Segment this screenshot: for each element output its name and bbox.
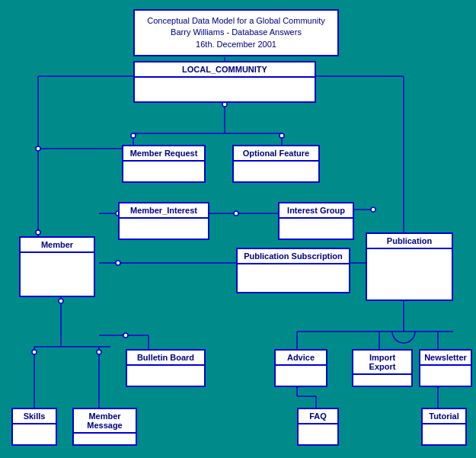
bulletin-board-label: Bulletin Board xyxy=(127,351,204,366)
svg-point-10 xyxy=(280,133,284,138)
member-message-box: Member Message xyxy=(72,408,137,446)
publication-box: Publication xyxy=(366,232,453,301)
title-box: Conceptual Data Model for a Global Commu… xyxy=(133,9,339,56)
publication-subscription-box: Publication Subscription xyxy=(236,248,350,293)
skills-label: Skills xyxy=(13,409,56,424)
diagram-container: Conceptual Data Model for a Global Commu… xyxy=(0,0,476,458)
title-line3: 16th. December 2001 xyxy=(196,40,276,49)
interest-group-box: Interest Group xyxy=(278,202,354,240)
member-box: Member xyxy=(19,236,95,297)
svg-point-49 xyxy=(371,207,375,212)
local-community-label: LOCAL_COMMUNITY xyxy=(135,62,315,78)
faq-box: FAQ xyxy=(297,408,339,446)
optional-feature-label: Optional Feature xyxy=(234,146,318,162)
title-line1: Conceptual Data Model for a Global Commu… xyxy=(147,16,325,25)
newsletter-box: Newsletter xyxy=(419,349,472,387)
svg-point-42 xyxy=(59,299,63,303)
title-line2: Barry Williams - Database Answers xyxy=(171,27,302,37)
bulletin-board-box: Bulletin Board xyxy=(126,349,206,387)
import-export-label: Import Export xyxy=(353,351,411,375)
tutorial-box: Tutorial xyxy=(421,408,467,446)
advice-label: Advice xyxy=(276,351,326,366)
member-request-box: Member Request xyxy=(122,145,206,183)
faq-label: FAQ xyxy=(299,409,337,424)
svg-point-45 xyxy=(123,333,128,338)
advice-box: Advice xyxy=(274,349,327,387)
import-export-box: Import Export xyxy=(352,349,413,387)
svg-point-41 xyxy=(97,350,101,354)
interest-group-label: Interest Group xyxy=(280,203,353,219)
tutorial-label: Tutorial xyxy=(423,409,465,424)
skills-box: Skills xyxy=(11,408,57,446)
svg-point-14 xyxy=(234,211,238,216)
svg-point-40 xyxy=(32,350,37,354)
member-interest-box: Member_Interest xyxy=(118,202,209,240)
newsletter-label: Newsletter xyxy=(420,351,471,366)
member-interest-label: Member_Interest xyxy=(120,203,208,219)
svg-point-9 xyxy=(131,133,136,138)
publication-subscription-label: Publication Subscription xyxy=(238,249,349,264)
svg-point-19 xyxy=(36,146,40,151)
svg-point-21 xyxy=(116,261,120,265)
member-request-label: Member Request xyxy=(123,146,204,162)
optional-feature-box: Optional Feature xyxy=(232,145,320,183)
svg-point-16 xyxy=(36,230,40,235)
member-label: Member xyxy=(21,238,94,253)
publication-label: Publication xyxy=(367,234,452,249)
local-community-box: LOCAL_COMMUNITY xyxy=(133,61,316,103)
member-message-label: Member Message xyxy=(74,409,136,434)
